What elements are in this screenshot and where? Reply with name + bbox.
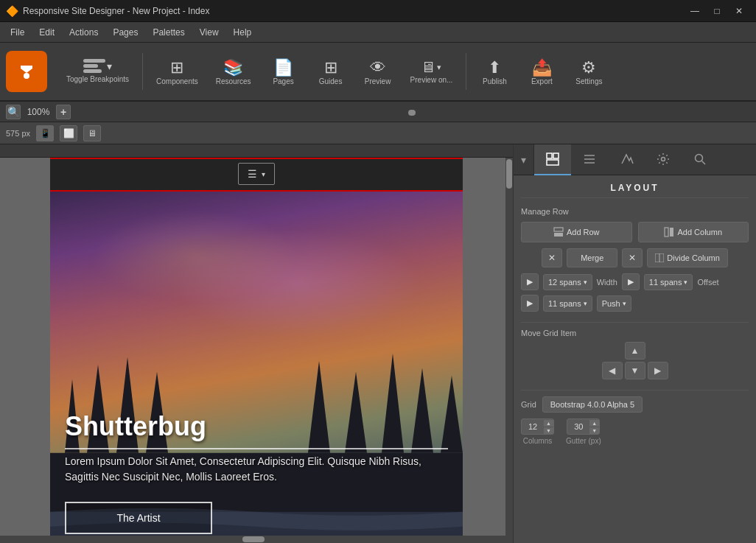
columns-label: Columns <box>523 437 552 445</box>
menu-view[interactable]: View <box>192 24 226 41</box>
canvas-hero[interactable]: Shutterbug Lorem Ipsum Dolor Sit Amet, C… <box>50 192 463 543</box>
canvas-nav[interactable]: ☰ ▾ <box>50 158 463 192</box>
svg-rect-12 <box>554 228 563 231</box>
spans3-select[interactable]: 11 spans ▾ <box>543 295 592 312</box>
push-select[interactable]: Push ▾ <box>597 295 631 312</box>
preview-button[interactable]: 👁 Preview <box>356 55 400 88</box>
bp-phone-icon[interactable]: 📱 <box>36 125 54 141</box>
section-divider-1 <box>521 322 749 323</box>
publish-label: Publish <box>483 77 507 85</box>
move-up-button[interactable]: ▲ <box>625 342 645 360</box>
guides-button[interactable]: ⊞ Guides <box>309 55 353 88</box>
grid-config-section: Grid Bootstrap 4.0.0 Alpha 5 ▲ ▼ <box>521 396 749 445</box>
spans1-select[interactable]: 12 spans ▾ <box>543 274 592 290</box>
gutter-spinner[interactable]: ▲ ▼ <box>567 418 600 435</box>
tab-search[interactable] <box>682 144 718 175</box>
canvas-scrollbar[interactable] <box>505 158 513 543</box>
grid-name-button[interactable]: Bootstrap 4.0.0 Alpha 5 <box>542 396 643 413</box>
toggle-breakpoints-label: Toggle Breakpoints <box>66 75 129 84</box>
gutter-down-button[interactable]: ▼ <box>589 427 599 434</box>
zoom-out-button[interactable]: 🔍 <box>6 105 21 119</box>
toggle-breakpoints-button[interactable]: ▾ Toggle Breakpoints <box>59 56 136 87</box>
canvas-scroll-line <box>0 536 505 543</box>
hamburger-arrow-icon: ▾ <box>262 170 265 178</box>
panel-tabs: ▾ <box>514 144 756 175</box>
resources-label: Resources <box>216 77 251 85</box>
menu-actions[interactable]: Actions <box>62 24 105 41</box>
manage-row-title: Manage Row <box>521 207 749 216</box>
move-grid-title: Move Grid Item <box>521 329 749 337</box>
merge-right-button[interactable]: ✕ <box>622 248 643 267</box>
canvas-content[interactable]: ☰ ▾ <box>0 158 513 543</box>
move-right-button[interactable]: ▶ <box>648 362 668 379</box>
resources-button[interactable]: 📚 Resources <box>209 55 259 88</box>
tab-settings[interactable] <box>645 144 682 175</box>
move-down-button[interactable]: ▼ <box>625 362 645 379</box>
columns-up-button[interactable]: ▲ <box>544 420 553 427</box>
divide-column-button[interactable]: Divide Column <box>647 248 728 267</box>
minimize-button[interactable]: — <box>684 4 706 18</box>
span-left-2-button[interactable]: ▶ <box>622 273 640 290</box>
hamburger-button[interactable]: ☰ ▾ <box>238 163 275 185</box>
zoom-in-button[interactable]: + <box>56 105 71 119</box>
columns-input[interactable] <box>522 419 544 434</box>
menu-file[interactable]: File <box>3 24 32 41</box>
section-divider-2 <box>521 390 749 390</box>
svg-rect-3 <box>547 153 552 158</box>
menu-help[interactable]: Help <box>226 24 259 41</box>
components-button[interactable]: ⊞ Components <box>149 55 206 88</box>
pages-button[interactable]: 📄 Pages <box>262 55 306 88</box>
hero-button[interactable]: The Artist <box>65 502 212 534</box>
svg-point-0 <box>24 73 29 79</box>
span-left-1-button[interactable]: ▶ <box>521 273 539 290</box>
panel-layout-header: LAYOUT <box>521 183 749 198</box>
publish-button[interactable]: ⬆ Publish <box>472 55 517 88</box>
gutter-up-button[interactable]: ▲ <box>589 420 599 427</box>
move-left-button[interactable]: ◀ <box>602 362 623 379</box>
tab-layout[interactable] <box>534 144 571 175</box>
add-column-button[interactable]: Add Column <box>638 222 749 242</box>
svg-point-9 <box>662 157 665 161</box>
svg-rect-13 <box>554 233 563 237</box>
canvas-hscroll-thumb[interactable] <box>242 536 265 542</box>
canvas-scroll-indicator <box>302 110 523 116</box>
move-grid-arrows: ▲ ◀ ▼ ▶ <box>521 342 749 379</box>
bp-monitor-icon[interactable]: 🖥 <box>83 125 101 141</box>
merge-left-button[interactable]: ✕ <box>542 248 562 267</box>
hero-title: Shutterbug <box>65 411 448 449</box>
tab-element[interactable] <box>571 144 608 175</box>
export-label: Export <box>531 77 553 85</box>
title-text: Responsive Site Designer - New Project -… <box>23 6 684 16</box>
maximize-button[interactable]: □ <box>706 4 728 18</box>
svg-rect-4 <box>553 153 559 158</box>
dropdown-arrow2-icon: ▾ <box>684 278 687 286</box>
panel-dropdown-btn[interactable]: ▾ <box>514 144 534 175</box>
columns-down-button[interactable]: ▼ <box>544 427 553 434</box>
offset-label: Offset <box>697 278 718 287</box>
menu-pages[interactable]: Pages <box>105 24 145 41</box>
bp-tablet-icon[interactable]: ⬜ <box>60 125 77 141</box>
menu-palettes[interactable]: Palettes <box>145 24 192 41</box>
hamburger-icon: ☰ <box>248 168 257 180</box>
preview-on-button[interactable]: 🖥▾ Preview on... <box>403 56 461 87</box>
export-button[interactable]: 📤 Export <box>519 55 564 88</box>
divide-icon <box>655 253 664 262</box>
app-icon: 🔶 <box>6 5 18 17</box>
gutter-input[interactable] <box>567 419 589 434</box>
add-row-button[interactable]: Add Row <box>521 222 632 242</box>
canvas-area[interactable]: ☰ ▾ <box>0 144 513 543</box>
menu-edit[interactable]: Edit <box>32 24 62 41</box>
merge-button[interactable]: Merge <box>567 248 617 267</box>
manage-row-section: Manage Row Add Row Add Column ✕ <box>521 207 749 312</box>
settings-label: Settings <box>575 77 602 85</box>
dropdown-arrow3-icon: ▾ <box>584 300 587 307</box>
span-left-3-button[interactable]: ▶ <box>521 295 539 312</box>
close-button[interactable]: ✕ <box>728 4 750 18</box>
spans2-select[interactable]: 11 spans ▾ <box>644 274 693 290</box>
settings-button[interactable]: ⚙ Settings <box>567 55 611 88</box>
columns-spinner[interactable]: ▲ ▼ <box>521 418 554 435</box>
gutter-spinner-arrows: ▲ ▼ <box>589 420 599 434</box>
tab-style[interactable] <box>608 144 645 175</box>
canvas-scroll-thumb[interactable] <box>506 159 512 189</box>
canvas-ruler <box>0 144 513 158</box>
